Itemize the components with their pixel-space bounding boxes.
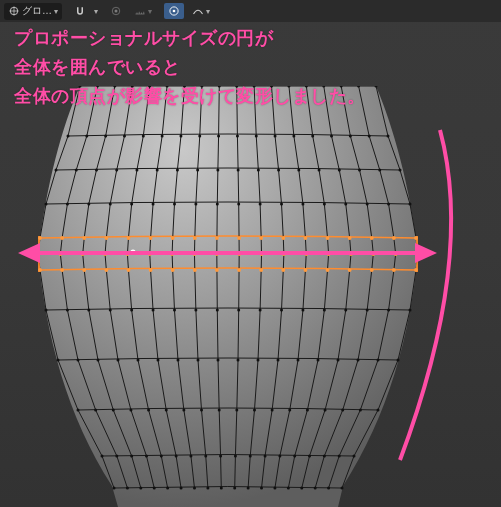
svg-point-94 [194,203,197,206]
svg-point-46 [109,203,112,206]
svg-point-36 [81,252,85,256]
chevron-down-icon: ▾ [148,7,152,16]
svg-point-22 [66,203,69,206]
snap-toggle[interactable] [70,3,90,19]
svg-point-11 [38,236,42,240]
svg-point-68 [161,135,164,138]
svg-point-138 [247,487,250,490]
svg-point-191 [370,236,374,240]
svg-point-23 [60,236,64,240]
svg-point-141 [277,169,280,172]
svg-point-214 [409,203,412,206]
svg-point-90 [193,487,196,490]
svg-point-148 [271,409,274,412]
svg-point-65 [160,455,163,458]
svg-point-136 [253,409,256,412]
svg-point-144 [282,252,286,256]
svg-point-164 [311,135,314,138]
svg-point-49 [104,268,108,272]
svg-point-192 [371,252,375,256]
svg-point-132 [260,252,264,256]
proportional-editing-toggle[interactable] [164,3,184,19]
svg-point-24 [58,252,62,256]
snap-element-dropdown[interactable] [106,3,126,19]
svg-point-161 [278,455,281,458]
svg-point-44 [123,135,126,138]
svg-point-98 [194,309,197,312]
snap-vertex-icon [110,5,122,17]
svg-point-71 [149,236,153,240]
svg-point-154 [301,203,304,206]
magnet-icon [74,5,86,17]
svg-point-25 [60,268,64,272]
transform-orientation-dropdown[interactable]: グロ… ▾ [4,3,62,20]
svg-point-186 [300,487,303,490]
svg-point-45 [115,169,118,172]
svg-point-194 [366,309,369,312]
svg-point-177 [338,169,341,172]
svg-point-97 [193,268,197,272]
svg-marker-224 [18,243,40,263]
svg-point-17 [101,455,104,458]
snap-target-dropdown[interactable]: ▾ [130,3,156,19]
svg-point-64 [147,409,150,412]
svg-point-48 [103,252,107,256]
svg-point-179 [348,236,352,240]
svg-point-63 [137,359,140,362]
svg-point-218 [409,309,412,312]
svg-point-135 [257,359,260,362]
svg-point-149 [264,455,267,458]
svg-point-61 [127,268,131,272]
active-vertex [130,249,135,254]
svg-point-159 [297,359,300,362]
svg-point-208 [359,409,362,412]
svg-point-58 [130,203,133,206]
orientation-icon [8,5,20,17]
svg-point-116 [236,135,239,138]
svg-point-52 [129,409,132,412]
svg-point-147 [277,359,280,362]
svg-point-99 [197,359,200,362]
svg-point-125 [234,455,237,458]
svg-point-128 [255,135,258,138]
svg-point-157 [304,268,308,272]
svg-point-217 [414,268,418,272]
blender-3d-viewport[interactable]: グロ… ▾ ▾ ▾ ▾ [0,0,501,507]
svg-point-185 [308,455,311,458]
svg-point-221 [353,455,356,458]
svg-point-209 [338,455,341,458]
proportional-falloff-dropdown[interactable]: ▾ [188,3,214,19]
svg-point-104 [217,135,220,138]
svg-point-27 [77,359,80,362]
svg-point-29 [115,455,118,458]
annotation-line-2: 全体を囲んでいると [14,53,366,82]
svg-point-121 [237,268,241,272]
svg-point-3 [115,10,118,13]
annotation-line-3: 全体の頂点が影響を受けて変形しました。 [14,82,366,111]
svg-point-123 [237,359,240,362]
svg-point-30 [126,487,129,490]
svg-point-195 [357,359,360,362]
svg-point-120 [237,252,241,256]
orientation-label: グロ… [22,4,52,18]
svg-point-117 [237,169,240,172]
svg-point-87 [177,359,180,362]
svg-point-15 [57,359,60,362]
svg-point-119 [237,236,241,240]
svg-point-20 [85,135,88,138]
svg-point-28 [94,409,97,412]
svg-point-14 [45,309,48,312]
svg-point-38 [87,309,90,312]
svg-point-13 [38,268,42,272]
svg-point-35 [82,236,86,240]
svg-point-188 [349,135,352,138]
mesh-object[interactable] [38,86,418,507]
svg-point-101 [204,455,207,458]
svg-marker-225 [415,243,437,263]
svg-point-134 [259,309,262,312]
svg-point-42 [139,487,142,490]
svg-point-75 [157,359,160,362]
svg-point-8 [67,135,70,138]
svg-point-122 [237,309,240,312]
svg-point-220 [377,409,380,412]
